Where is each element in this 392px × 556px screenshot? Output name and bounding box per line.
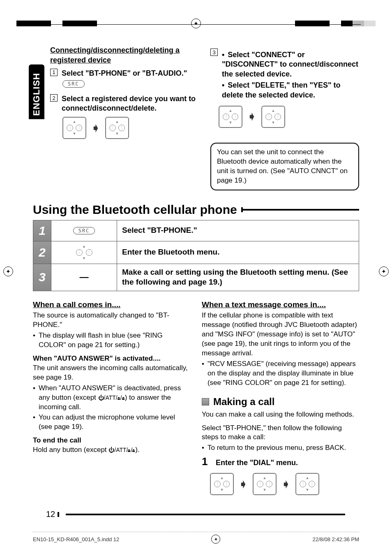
table-step-desc: Make a call or setting using the Bluetoo…: [117, 264, 359, 291]
button-icons: ⏻/ATT/⏏/⏏: [108, 447, 135, 453]
text: The unit answers the incoming calls auto…: [33, 364, 190, 382]
table-step-num: 3: [33, 264, 51, 291]
registration-mark-icon: ✦: [211, 535, 220, 544]
arrow-right-icon: ➧: [91, 122, 100, 134]
nav-sequence-graphic-2: ▲⋮⋮▼ ➧ ▲⋮⋮▼: [219, 106, 359, 128]
step-number-box: 3: [210, 49, 218, 56]
steps-table: 1 SRC Select "BT-PHONE." 2 ▲ ⋮⋮ ▼ Enter …: [33, 220, 359, 291]
heading-rule: [242, 209, 359, 211]
registration-mark-icon: ✦: [191, 19, 201, 28]
page-number: 12: [46, 510, 345, 519]
footer: EN10-15_KD-R406_001A_5.indd 12 ✦ 22/8/08…: [33, 532, 359, 544]
sub-heading-auto-answer: When "AUTO ANSWER" is activated....: [33, 354, 190, 364]
table-step-desc: Enter the Bluetooth menu.: [117, 241, 359, 264]
bullet-text: You can adjust the microphone volume lev…: [39, 413, 190, 432]
button-icons: ⏻/ATT/⏏/⏏: [98, 394, 125, 401]
text: Hold any button (except ⏻/ATT/⏏/⏏).: [33, 445, 190, 455]
nav-sequence-graphic-3: ▲⋮⋮▼ ➧ ▲⋮⋮▼ ➧ ▲⋮⋮▼: [210, 473, 359, 495]
footer-date: 22/8/08 2:42:36 PM: [313, 536, 359, 542]
bullet-text: The display will flash in blue (see "RIN…: [39, 331, 190, 350]
step-number-box: 1: [50, 69, 58, 76]
arrow-right-icon: ➧: [247, 110, 256, 123]
table-step-desc: Select "BT-PHONE.": [117, 220, 359, 241]
nav-pad-icon: ▲ ⋮⋮ ▼: [56, 245, 112, 260]
bullet-connect: Select "CONNECT" or "DISCONNECT" to conn…: [222, 50, 359, 79]
bullet-text: When "AUTO ANSWER" is deactivated, press…: [39, 384, 190, 412]
src-button-graphic: SRC: [62, 80, 85, 88]
text: You can make a call using the following …: [202, 410, 359, 419]
text: The source is automatically changed to "…: [33, 311, 190, 330]
crop-marks-top: ✦: [0, 19, 392, 27]
square-icon: [202, 398, 209, 405]
nav-sequence-graphic: ▲⋮⋮▼ ➧ ▲⋮⋮▼: [62, 117, 199, 139]
heading-text: Using the Bluetooth cellular phone: [33, 203, 237, 217]
footer-file: EN10-15_KD-R406_001A_5.indd 12: [33, 536, 119, 542]
table-step-num: 1: [33, 220, 51, 241]
arrow-right-icon: ➧: [239, 478, 248, 491]
step-1-text: Select "BT-PHONE" or "BT-AUDIO.": [62, 69, 199, 78]
text: Select "BT-PHONE," then follow the follo…: [202, 424, 359, 442]
page-heading: Using the Bluetooth cellular phone: [33, 203, 359, 217]
text: If the cellular phone is compatible with…: [202, 311, 359, 358]
sub-heading-end-call: To end the call: [33, 436, 190, 445]
registration-mark-left-icon: ✦: [3, 266, 13, 276]
language-tab: ENGLISH: [29, 65, 44, 119]
table-step-dash: —: [51, 264, 117, 291]
step-2-text: Select a registered device you want to c…: [62, 94, 199, 113]
bullet-text: To return to the previous menu, press BA…: [208, 443, 346, 453]
registration-mark-right-icon: ✦: [379, 266, 389, 276]
bullet-text: "RCV MESSAGE" (receiving message) appear…: [208, 359, 359, 388]
arrow-right-icon: ➧: [281, 478, 291, 491]
block-heading-making-call: Making a call: [202, 396, 359, 408]
section-heading-connecting: Connecting/disconnecting/deleting a regi…: [50, 45, 199, 65]
step-1-text: Enter the "DIAL" menu.: [216, 459, 298, 467]
src-button-graphic: SRC: [73, 227, 95, 234]
tip-box: You can set the unit to connect the Blue…: [210, 143, 359, 190]
step-1-number: 1: [202, 455, 212, 468]
sub-heading-call-in: When a call comes in....: [33, 300, 190, 309]
step-number-box: 2: [50, 94, 58, 102]
sub-heading-text-msg: When a text message comes in....: [202, 300, 359, 309]
bullet-delete: Select "DELETE," then "YES" to delete th…: [222, 81, 359, 100]
table-step-num: 2: [33, 241, 51, 264]
